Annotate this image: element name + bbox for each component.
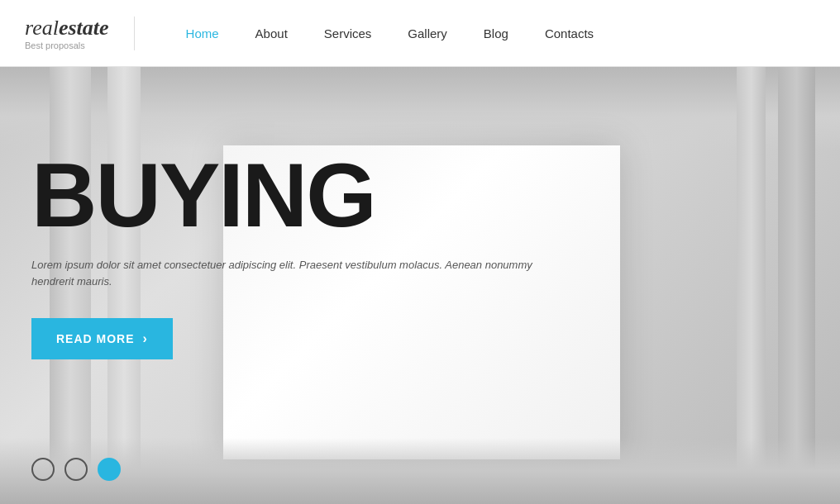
- logo-real: real: [25, 16, 59, 40]
- hero-content: BUYING Lorem ipsum dolor sit amet consec…: [0, 67, 840, 504]
- read-more-label: READ MORE: [56, 332, 135, 345]
- slider-dot-1[interactable]: [31, 458, 55, 481]
- logo-tagline: Best proposals: [25, 40, 109, 50]
- main-nav: Home About Services Gallery Blog Contact…: [168, 0, 613, 67]
- logo: realestate Best proposals: [25, 17, 135, 50]
- nav-item-services[interactable]: Services: [306, 0, 390, 67]
- logo-text: realestate: [25, 17, 109, 39]
- slider-dots: [31, 458, 121, 481]
- nav-item-blog[interactable]: Blog: [465, 0, 527, 67]
- hero-section: BUYING Lorem ipsum dolor sit amet consec…: [0, 67, 840, 504]
- nav-item-contacts[interactable]: Contacts: [527, 0, 612, 67]
- slider-dot-2[interactable]: [64, 458, 88, 481]
- hero-description: Lorem ipsum dolor sit amet consectetuer …: [31, 257, 577, 289]
- nav-item-gallery[interactable]: Gallery: [389, 0, 465, 67]
- nav-item-about[interactable]: About: [237, 0, 306, 67]
- read-more-arrow-icon: ›: [143, 331, 148, 346]
- header: realestate Best proposals Home About Ser…: [0, 0, 840, 67]
- read-more-button[interactable]: READ MORE ›: [31, 318, 173, 359]
- nav-item-home[interactable]: Home: [168, 0, 237, 67]
- logo-estate: estate: [59, 16, 109, 40]
- hero-title: BUYING: [31, 150, 840, 240]
- slider-dot-3[interactable]: [98, 458, 121, 481]
